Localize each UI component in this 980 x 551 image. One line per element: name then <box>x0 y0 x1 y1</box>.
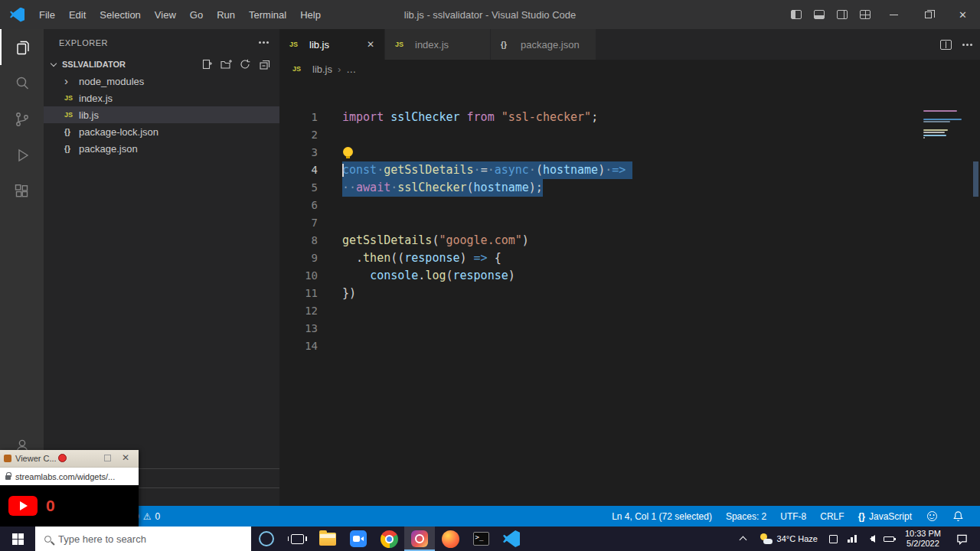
activity-search-icon[interactable] <box>0 65 44 101</box>
search-input[interactable] <box>58 533 227 545</box>
menu-help[interactable]: Help <box>293 9 328 21</box>
menu-go[interactable]: Go <box>183 9 210 21</box>
editor-more-actions-icon[interactable] <box>962 44 965 46</box>
new-file-icon[interactable] <box>201 58 213 70</box>
zoom-button[interactable] <box>343 527 374 551</box>
code-text[interactable]: getSslDetails("google.com") <box>342 232 529 249</box>
activity-explorer-icon[interactable] <box>0 29 44 65</box>
breadcrumb[interactable]: JS lib.js › … <box>279 60 980 78</box>
file-item-index.js[interactable]: JSindex.js <box>44 90 279 106</box>
task-view-button[interactable] <box>282 527 312 551</box>
breadcrumb-file[interactable]: lib.js <box>312 64 332 75</box>
code-text[interactable]: const·getSslDetails·=·async·(hostname)·=… <box>342 161 632 179</box>
feedback-button[interactable] <box>919 506 945 527</box>
weather-widget[interactable]: 34°C Haze <box>753 527 825 551</box>
show-hidden-icons-button[interactable] <box>733 527 753 551</box>
folder-section-header[interactable]: SSLVALIDATOR <box>44 56 279 73</box>
terminal-button[interactable] <box>466 527 496 551</box>
code-token: => <box>612 163 626 177</box>
cortana-button[interactable] <box>251 527 282 551</box>
customize-layout-icon[interactable] <box>860 10 871 19</box>
json-file-icon: {} <box>501 41 515 49</box>
chrome-button[interactable] <box>374 527 404 551</box>
code-area[interactable]: 1import sslChecker from "ssl-checker";23… <box>279 109 965 355</box>
status-cursor-position[interactable]: Ln 4, Col 1 (72 selected) <box>605 511 719 522</box>
line-number[interactable]: 8 <box>279 232 318 249</box>
menu-edit[interactable]: Edit <box>62 9 93 21</box>
restore-button[interactable] <box>911 0 946 29</box>
streamlabs-button[interactable] <box>404 527 435 551</box>
tab-package.json[interactable]: {}package.json <box>491 29 596 60</box>
code-text[interactable]: console.log(response) <box>342 267 515 285</box>
status-encoding[interactable]: UTF-8 <box>773 511 813 522</box>
code-text[interactable]: ··await·sslChecker(hostname); <box>342 179 543 197</box>
collapse-all-icon[interactable] <box>258 58 270 70</box>
start-button[interactable] <box>0 527 35 551</box>
new-folder-icon[interactable] <box>220 58 232 70</box>
file-item-node_modules[interactable]: ›node_modules <box>44 73 279 90</box>
explorer-more-actions-icon[interactable] <box>259 41 261 44</box>
menu-file[interactable]: File <box>32 9 62 21</box>
line-number[interactable]: 3 <box>279 144 318 161</box>
overlay-titlebar[interactable]: Viewer C... ✕ <box>0 450 139 467</box>
line-number[interactable]: 11 <box>279 285 318 302</box>
menu-terminal[interactable]: Terminal <box>242 9 293 21</box>
refresh-icon[interactable] <box>239 58 251 70</box>
tab-lib.js[interactable]: JSlib.js✕ <box>279 29 385 60</box>
line-number[interactable]: 6 <box>279 197 318 214</box>
menu-run[interactable]: Run <box>210 9 242 21</box>
breadcrumb-more[interactable]: … <box>346 64 356 75</box>
line-number[interactable]: 1 <box>279 109 318 126</box>
line-number[interactable]: 2 <box>279 126 318 144</box>
line-number[interactable]: 5 <box>279 179 318 197</box>
activity-source-control-icon[interactable] <box>0 101 44 137</box>
code-text[interactable]: import sslChecker from "ssl-checker"; <box>342 109 598 126</box>
taskbar-search[interactable] <box>35 527 251 551</box>
taskbar-clock[interactable]: 10:33 PM 5/2/2022 <box>898 529 948 549</box>
minimize-button[interactable] <box>877 0 911 29</box>
file-item-package-lock.json[interactable]: {}package-lock.json <box>44 123 279 140</box>
tray-volume-button[interactable] <box>861 527 880 551</box>
line-number[interactable]: 13 <box>279 320 318 337</box>
window-title: lib.js - sslvalidator - Visual Studio Co… <box>404 9 576 21</box>
file-item-package.json[interactable]: {}package.json <box>44 140 279 157</box>
tab-index.js[interactable]: JSindex.js <box>385 29 491 60</box>
action-center-button[interactable] <box>948 527 975 551</box>
status-indentation[interactable]: Spaces: 2 <box>719 511 773 522</box>
line-number[interactable]: 9 <box>279 249 318 267</box>
overlay-close-icon[interactable]: ✕ <box>122 452 129 463</box>
menu-view[interactable]: View <box>148 9 183 21</box>
code-text[interactable]: .then((response) => { <box>342 249 501 267</box>
tray-network-button[interactable] <box>843 527 861 551</box>
overlay-address-bar[interactable]: streamlabs.com/widgets/... <box>0 467 139 485</box>
menu-selection[interactable]: Selection <box>93 9 147 21</box>
line-number[interactable]: 14 <box>279 337 318 355</box>
toggle-sidebar-icon[interactable] <box>791 10 802 19</box>
tray-window-button[interactable] <box>825 527 843 551</box>
close-button[interactable]: ✕ <box>946 0 980 29</box>
activity-run-debug-icon[interactable] <box>0 137 44 173</box>
weather-icon <box>760 533 772 544</box>
lightbulb-icon[interactable] <box>343 147 353 157</box>
line-number[interactable]: 4 <box>279 161 318 179</box>
split-editor-icon[interactable] <box>940 40 952 50</box>
notifications-button[interactable] <box>945 506 971 527</box>
toggle-panel-icon[interactable] <box>814 10 825 19</box>
tray-battery-button[interactable] <box>880 527 898 551</box>
editor-scrollbar[interactable] <box>971 109 980 506</box>
overlay-maximize-icon[interactable] <box>104 455 111 461</box>
file-item-lib.js[interactable]: JSlib.js <box>44 106 279 123</box>
line-number[interactable]: 12 <box>279 302 318 320</box>
line-number[interactable]: 10 <box>279 267 318 285</box>
vscode-button[interactable] <box>496 527 527 551</box>
firefox-button[interactable] <box>435 527 466 551</box>
toggle-secondary-sidebar-icon[interactable] <box>837 10 848 19</box>
minimap[interactable] <box>923 110 968 148</box>
line-number[interactable]: 7 <box>279 214 318 232</box>
close-icon[interactable]: ✕ <box>361 39 374 50</box>
code-text[interactable]: }) <box>342 285 356 302</box>
status-eol[interactable]: CRLF <box>813 511 851 522</box>
activity-extensions-icon[interactable] <box>0 173 44 209</box>
language-mode[interactable]: {} JavaScript <box>851 511 919 522</box>
file-explorer-button[interactable] <box>312 527 343 551</box>
